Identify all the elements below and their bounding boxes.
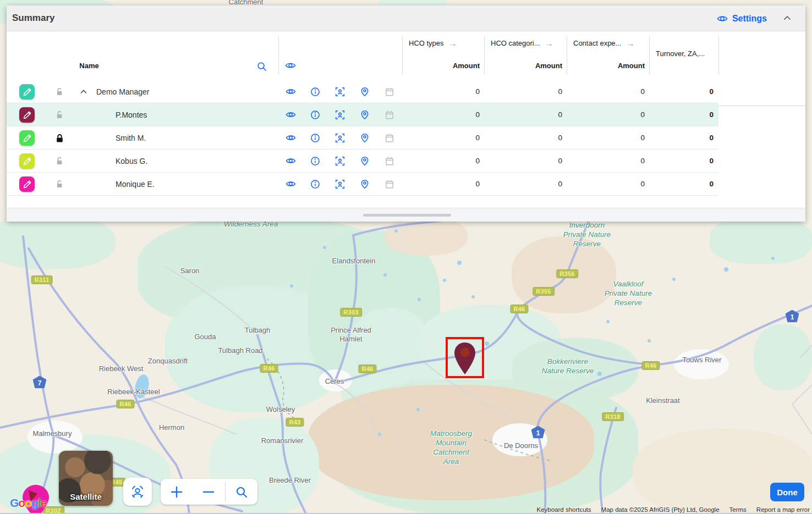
table-row[interactable]: P.Montes0000 (7, 103, 718, 126)
location-pin-icon[interactable] (360, 133, 370, 145)
info-icon[interactable] (310, 110, 320, 122)
selected-location-marker[interactable] (453, 341, 477, 377)
google-logo[interactable]: Google (10, 496, 46, 510)
amount-value: 0 (426, 103, 480, 126)
settings-button[interactable]: Settings (717, 5, 767, 31)
column-group-hco-types[interactable]: HCO types → (409, 38, 457, 48)
location-pin-icon[interactable] (360, 179, 370, 191)
panel-header: Summary Settings (7, 5, 805, 31)
focus-person-icon[interactable] (335, 156, 345, 168)
location-pin-icon[interactable] (360, 156, 370, 168)
edit-pencil-button[interactable] (19, 107, 35, 123)
calendar-icon[interactable] (385, 87, 394, 99)
edit-pencil-button[interactable] (19, 130, 35, 146)
horizontal-scrollbar[interactable] (363, 214, 451, 217)
locate-people-button[interactable] (123, 478, 152, 506)
panel-footer (7, 208, 805, 222)
lock-open-icon[interactable] (54, 110, 64, 122)
attribution-link[interactable]: Keyboard shortcuts (536, 506, 591, 513)
attribution-link[interactable]: Report a map error (756, 506, 810, 513)
info-icon[interactable] (310, 179, 320, 191)
column-amount[interactable]: Amount (591, 62, 645, 70)
eye-icon[interactable] (286, 110, 296, 121)
eye-icon[interactable] (286, 133, 296, 145)
amount-value: 0 (591, 80, 645, 103)
column-amount[interactable]: Amount (426, 62, 480, 70)
focus-person-icon[interactable] (335, 179, 345, 191)
road-badge: R46 (641, 361, 660, 370)
column-group-contact-expenses[interactable]: Contact expe... → (573, 38, 634, 48)
zoom-out-button[interactable] (193, 479, 224, 505)
road-badge: R46 (510, 305, 528, 313)
amount-value: 0 (591, 150, 645, 173)
eye-column-icon[interactable] (285, 61, 296, 72)
amount-value: 0 (508, 126, 562, 150)
edit-pencil-button[interactable] (19, 153, 35, 169)
road-badge: R43 (286, 418, 304, 427)
focus-person-icon[interactable] (335, 110, 345, 122)
panel-collapse-chevron[interactable] (782, 13, 792, 25)
calendar-icon[interactable] (385, 110, 394, 122)
calendar-icon[interactable] (385, 156, 394, 168)
eye-icon (717, 14, 728, 23)
table-row[interactable]: Monique E.0000 (7, 173, 718, 196)
road-badge: R318 (602, 412, 624, 421)
lock-open-icon[interactable] (54, 156, 64, 168)
column-amount[interactable]: Amount (508, 62, 562, 70)
eye-icon[interactable] (286, 156, 296, 168)
map-label-town: Breede River (269, 476, 311, 485)
turnover-value: 0 (660, 150, 714, 173)
info-icon[interactable] (310, 133, 320, 145)
calendar-icon[interactable] (385, 133, 394, 145)
expand-arrow-icon[interactable]: → (626, 38, 634, 48)
expand-arrow-icon[interactable]: → (545, 38, 553, 48)
turnover-value: 0 (660, 126, 714, 150)
map-label-town: Elandsfontein (332, 257, 376, 266)
column-name[interactable]: Name (62, 62, 117, 70)
satellite-toggle[interactable]: Satellite (59, 451, 113, 506)
map-label-town: Riebeek West (99, 364, 144, 373)
edit-pencil-button[interactable] (19, 84, 35, 100)
person-focus-icon (129, 484, 146, 500)
attribution-text: Map data ©2025 AfriGIS (Pty) Ltd, Google (601, 506, 720, 513)
lock-open-icon[interactable] (54, 87, 64, 99)
eye-icon[interactable] (286, 87, 296, 98)
map-label-reserve: Vaalkloof Private Nature Reserve (605, 280, 652, 308)
lock-closed-icon[interactable] (54, 133, 65, 146)
info-icon[interactable] (310, 156, 320, 168)
map-label-reserve: Inverdoorn Private Nature Reserve (563, 221, 611, 249)
focus-person-icon[interactable] (335, 87, 345, 99)
eye-icon[interactable] (286, 179, 296, 191)
table-row[interactable]: Kobus G.0000 (7, 150, 718, 173)
table-row[interactable]: Smith M.0000 (7, 126, 718, 150)
map-label-town: Kleinstraat (646, 396, 679, 405)
collapse-chevron-icon[interactable] (79, 87, 88, 98)
amount-value: 0 (591, 126, 645, 150)
expand-arrow-icon[interactable]: → (449, 38, 457, 48)
edit-pencil-button[interactable] (19, 176, 35, 192)
column-group-hco-categories[interactable]: HCO categori... → (491, 38, 553, 48)
calendar-icon[interactable] (385, 179, 394, 191)
zoom-in-button[interactable] (161, 479, 193, 505)
location-pin-icon[interactable] (360, 87, 370, 99)
amount-value: 0 (591, 173, 645, 196)
map-label-town: Romansrivier (261, 436, 304, 445)
lock-open-icon[interactable] (54, 179, 64, 191)
map-label-town: Tulbagh Road (218, 346, 262, 355)
focus-person-icon[interactable] (335, 133, 345, 145)
map-zoom-controls (161, 479, 257, 505)
location-pin-icon[interactable] (360, 110, 370, 122)
search-icon[interactable] (256, 61, 267, 74)
table-row[interactable]: Demo Manager0000 (7, 80, 718, 103)
info-icon[interactable] (310, 87, 320, 99)
attribution-link[interactable]: Terms (729, 506, 747, 513)
amount-value: 0 (426, 150, 480, 173)
turnover-value: 0 (660, 80, 714, 103)
page-title: Summary (12, 13, 54, 24)
map-search-button[interactable] (226, 479, 257, 505)
map-label-town: Riebeek-Kasteel (107, 388, 160, 396)
column-turnover[interactable]: Turnover, ZA,... (656, 49, 705, 58)
done-button[interactable]: Done (770, 483, 804, 501)
road-badge: R46 (116, 400, 134, 408)
row-name: Kobus G. (116, 150, 147, 173)
